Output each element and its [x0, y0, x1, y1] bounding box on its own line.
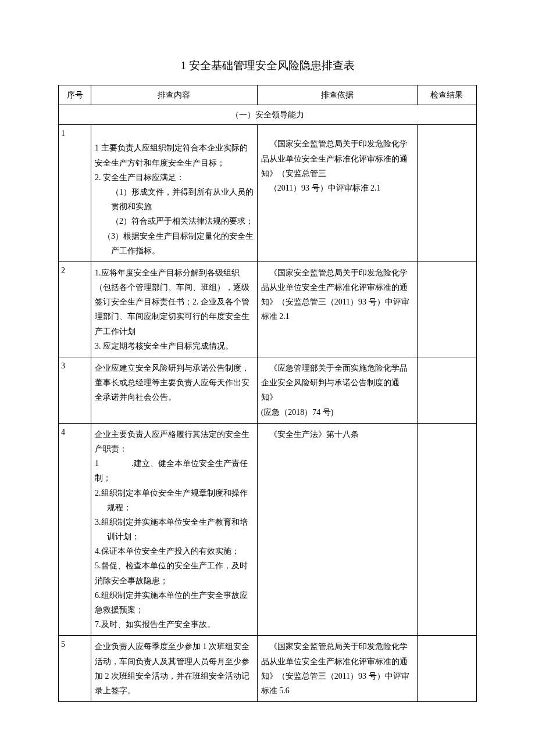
basis-cell: 《国家安全监管总局关于印发危险化学品从业单位安全生产标准化评审标准的通知》（安监… [257, 636, 417, 702]
seq-cell: 1 [59, 125, 91, 262]
seq-cell: 3 [59, 357, 91, 424]
basis-cell: 《应急管理部关于全面实施危险化学品企业安全风险研判与承诺公告制度的通知》 (应急… [257, 357, 417, 424]
content-cell: 企业应建立安全风险研判与承诺公告制度，董事长或总经理等主要负责人应每天作出安全承… [91, 357, 258, 424]
content-line: 3. 应定期考核安全生产目标完成情况。 [95, 339, 255, 353]
seq-cell: 4 [59, 423, 91, 636]
table-row: 4 企业主要负责人应严格履行其法定的安全生产职责： 1 .建立、健全本单位安全生… [59, 423, 477, 636]
result-cell [417, 357, 476, 424]
content-line: 7.及时、如实报告生产安全事故。 [95, 617, 255, 632]
basis-cell: 《国家安全监管总局关于印发危险化学品从业单位安全生产标准化评审标准的通知》（安监… [257, 125, 417, 262]
content-line: 3.组织制定并实施本单位安全生产教育和培训计划； [95, 515, 255, 544]
content-line: （1）形成文件，并得到所有从业人员的贯彻和实施 [95, 185, 255, 214]
basis-line: （2011）93 号）中评审标准 2.1 [261, 181, 415, 195]
section-row: （一）安全领导能力 [59, 105, 477, 125]
content-line: 企业主要负责人应严格履行其法定的安全生产职责： [95, 427, 255, 456]
header-seq: 序号 [59, 85, 91, 105]
table-row: 1 1 主要负责人应组织制定符合本企业实际的安全生产方针和年度安全生产目标； 2… [59, 125, 477, 262]
content-line: 2.组织制定本单位安全生产规章制度和操作规程； [95, 486, 255, 515]
content-line: 1.应将年度安全生产目标分解到各级组织（包括各个管理部门、车间、班组），逐级签订… [95, 266, 255, 339]
content-line: 6.组织制定并实施本单位的生产安全事故应急救援预案； [95, 588, 255, 617]
content-line: （2）符合或严于相关法律法规的要求； [95, 214, 255, 228]
basis-line: 《安全生产法》第十八条 [261, 427, 415, 442]
header-basis: 排查依据 [257, 85, 417, 105]
basis-cell: 《国家安全监管总局关于印发危险化学品从业单位安全生产标准化评审标准的通知》（安监… [257, 261, 417, 357]
table-header-row: 序号 排查内容 排查依据 检查结果 [59, 85, 477, 105]
basis-line: 《应急管理部关于全面实施危险化学品企业安全风险研判与承诺公告制度的通知》 [261, 361, 415, 405]
table-row: 2 1.应将年度安全生产目标分解到各级组织（包括各个管理部门、车间、班组），逐级… [59, 261, 477, 357]
content-line: 1 .建立、健全本单位安全生产责任制； [95, 456, 255, 485]
basis-line: (应急（2018）74 号) [261, 405, 415, 420]
content-line: 1 主要负责人应组织制定符合本企业实际的安全生产方针和年度安全生产目标； [95, 141, 255, 170]
header-result: 检查结果 [417, 85, 476, 105]
content-line: 5.督促、检查本单位的安全生产工作，及时消除安全事故隐患； [95, 558, 255, 587]
basis-line: 《国家安全监管总局关于印发危险化学品从业单位安全生产标准化评审标准的通知》（安监… [261, 639, 415, 698]
basis-line: 《国家安全监管总局关于印发危险化学品从业单位安全生产标准化评审标准的通知》（安监… [261, 137, 415, 181]
content-cell: 1.应将年度安全生产目标分解到各级组织（包括各个管理部门、车间、班组），逐级签订… [91, 261, 258, 357]
seq-cell: 5 [59, 636, 91, 702]
content-line: 2. 安全生产目标应满足： [95, 170, 255, 185]
content-line: 企业应建立安全风险研判与承诺公告制度，董事长或总经理等主要负责人应每天作出安全承… [95, 361, 255, 405]
content-cell: 1 主要负责人应组织制定符合本企业实际的安全生产方针和年度安全生产目标； 2. … [91, 125, 258, 262]
page-title: 1 安全基础管理安全风险隐患排查表 [58, 58, 477, 73]
inspection-table: 序号 排查内容 排查依据 检查结果 （一）安全领导能力 1 1 主要负责人应组织… [58, 85, 477, 702]
section-title: （一）安全领导能力 [59, 105, 477, 125]
seq-cell: 2 [59, 261, 91, 357]
content-line: 企业负责人应每季度至少参加 1 次班组安全活动，车间负责人及其管理人员每月至少参… [95, 639, 255, 698]
content-line: 4.保证本单位安全生产投入的有效实施； [95, 544, 255, 558]
basis-cell: 《安全生产法》第十八条 [257, 423, 417, 636]
content-line: （3）根据安全生产目标制定量化的安全生产工作指标。 [95, 229, 255, 258]
header-content: 排查内容 [91, 85, 258, 105]
result-cell [417, 423, 476, 636]
table-row: 5 企业负责人应每季度至少参加 1 次班组安全活动，车间负责人及其管理人员每月至… [59, 636, 477, 702]
table-row: 3 企业应建立安全风险研判与承诺公告制度，董事长或总经理等主要负责人应每天作出安… [59, 357, 477, 424]
basis-line: 《国家安全监管总局关于印发危险化学品从业单位安全生产标准化评审标准的通知》（安监… [261, 266, 415, 324]
content-cell: 企业负责人应每季度至少参加 1 次班组安全活动，车间负责人及其管理人员每月至少参… [91, 636, 258, 702]
content-cell: 企业主要负责人应严格履行其法定的安全生产职责： 1 .建立、健全本单位安全生产责… [91, 423, 258, 636]
result-cell [417, 125, 476, 262]
result-cell [417, 636, 476, 702]
result-cell [417, 261, 476, 357]
